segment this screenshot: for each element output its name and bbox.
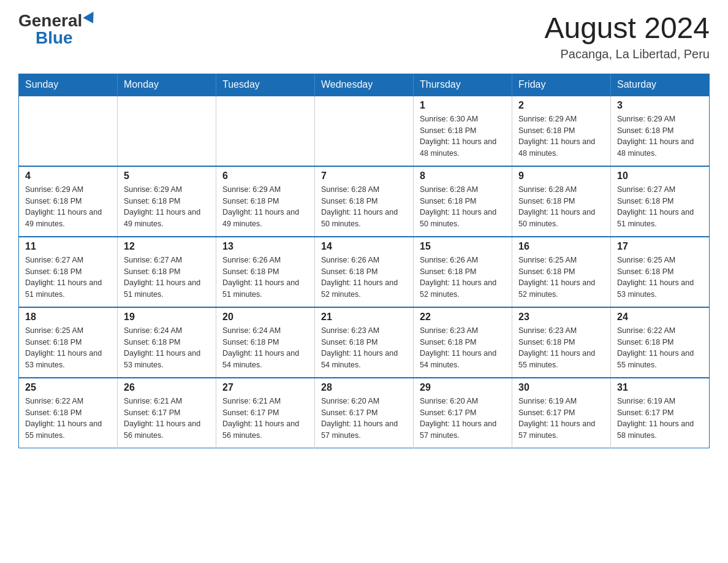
location-subtitle: Pacanga, La Libertad, Peru [544, 47, 710, 61]
calendar-cell: 1Sunrise: 6:30 AM Sunset: 6:18 PM Daylig… [414, 96, 512, 166]
calendar-cell: 2Sunrise: 6:29 AM Sunset: 6:18 PM Daylig… [512, 96, 611, 166]
day-info: Sunrise: 6:29 AM Sunset: 6:18 PM Dayligh… [124, 184, 210, 230]
calendar-cell [118, 96, 216, 166]
day-number: 24 [617, 312, 703, 323]
calendar-cell: 31Sunrise: 6:19 AM Sunset: 6:17 PM Dayli… [611, 378, 710, 448]
day-number: 6 [222, 170, 308, 182]
day-number: 14 [321, 241, 407, 252]
day-info: Sunrise: 6:23 AM Sunset: 6:18 PM Dayligh… [518, 325, 604, 371]
day-info: Sunrise: 6:25 AM Sunset: 6:18 PM Dayligh… [518, 255, 604, 301]
day-number: 11 [25, 241, 111, 252]
day-number: 9 [518, 170, 604, 182]
calendar-cell: 3Sunrise: 6:29 AM Sunset: 6:18 PM Daylig… [611, 96, 710, 166]
day-info: Sunrise: 6:27 AM Sunset: 6:18 PM Dayligh… [124, 255, 210, 301]
calendar-cell [315, 96, 414, 166]
calendar-table: SundayMondayTuesdayWednesdayThursdayFrid… [18, 74, 710, 448]
calendar-cell: 18Sunrise: 6:25 AM Sunset: 6:18 PM Dayli… [19, 307, 118, 378]
day-number: 12 [124, 241, 210, 252]
day-info: Sunrise: 6:22 AM Sunset: 6:18 PM Dayligh… [25, 396, 111, 442]
day-number: 17 [617, 241, 703, 252]
logo: General Blue [18, 12, 97, 47]
day-info: Sunrise: 6:21 AM Sunset: 6:17 PM Dayligh… [124, 396, 210, 442]
calendar-cell: 14Sunrise: 6:26 AM Sunset: 6:18 PM Dayli… [315, 237, 414, 307]
day-number: 13 [222, 241, 308, 252]
day-number: 16 [518, 241, 604, 252]
day-info: Sunrise: 6:20 AM Sunset: 6:17 PM Dayligh… [321, 396, 407, 442]
weekday-header-monday: Monday [118, 74, 216, 96]
calendar-week-row: 4Sunrise: 6:29 AM Sunset: 6:18 PM Daylig… [19, 166, 710, 237]
day-number: 10 [617, 170, 703, 182]
day-info: Sunrise: 6:26 AM Sunset: 6:18 PM Dayligh… [420, 255, 506, 301]
calendar-cell: 9Sunrise: 6:28 AM Sunset: 6:18 PM Daylig… [512, 166, 611, 237]
day-number: 2 [518, 100, 604, 111]
calendar-body: 1Sunrise: 6:30 AM Sunset: 6:18 PM Daylig… [19, 96, 710, 448]
calendar-cell: 25Sunrise: 6:22 AM Sunset: 6:18 PM Dayli… [19, 378, 118, 448]
day-number: 31 [617, 382, 703, 393]
day-number: 4 [25, 170, 111, 182]
day-info: Sunrise: 6:28 AM Sunset: 6:18 PM Dayligh… [420, 184, 506, 230]
calendar-cell: 13Sunrise: 6:26 AM Sunset: 6:18 PM Dayli… [216, 237, 315, 307]
day-info: Sunrise: 6:26 AM Sunset: 6:18 PM Dayligh… [222, 255, 308, 301]
calendar-cell: 28Sunrise: 6:20 AM Sunset: 6:17 PM Dayli… [315, 378, 414, 448]
day-number: 23 [518, 312, 604, 323]
calendar-cell: 23Sunrise: 6:23 AM Sunset: 6:18 PM Dayli… [512, 307, 611, 378]
weekday-header-wednesday: Wednesday [315, 74, 414, 96]
title-section: August 2024 Pacanga, La Libertad, Peru [544, 12, 710, 61]
calendar-week-row: 11Sunrise: 6:27 AM Sunset: 6:18 PM Dayli… [19, 237, 710, 307]
calendar-cell: 8Sunrise: 6:28 AM Sunset: 6:18 PM Daylig… [414, 166, 512, 237]
calendar-cell: 24Sunrise: 6:22 AM Sunset: 6:18 PM Dayli… [611, 307, 710, 378]
day-number: 1 [420, 100, 506, 111]
calendar-cell: 15Sunrise: 6:26 AM Sunset: 6:18 PM Dayli… [414, 237, 512, 307]
day-info: Sunrise: 6:23 AM Sunset: 6:18 PM Dayligh… [420, 325, 506, 371]
day-info: Sunrise: 6:26 AM Sunset: 6:18 PM Dayligh… [321, 255, 407, 301]
day-number: 7 [321, 170, 407, 182]
day-info: Sunrise: 6:23 AM Sunset: 6:18 PM Dayligh… [321, 325, 407, 371]
calendar-cell: 12Sunrise: 6:27 AM Sunset: 6:18 PM Dayli… [118, 237, 216, 307]
day-number: 27 [222, 382, 308, 393]
calendar-cell: 11Sunrise: 6:27 AM Sunset: 6:18 PM Dayli… [19, 237, 118, 307]
calendar-cell: 5Sunrise: 6:29 AM Sunset: 6:18 PM Daylig… [118, 166, 216, 237]
day-number: 25 [25, 382, 111, 393]
day-info: Sunrise: 6:24 AM Sunset: 6:18 PM Dayligh… [222, 325, 308, 371]
day-info: Sunrise: 6:25 AM Sunset: 6:18 PM Dayligh… [25, 325, 111, 371]
day-number: 5 [124, 170, 210, 182]
calendar-cell: 26Sunrise: 6:21 AM Sunset: 6:17 PM Dayli… [118, 378, 216, 448]
month-year-title: August 2024 [544, 12, 710, 45]
weekday-header-row: SundayMondayTuesdayWednesdayThursdayFrid… [19, 74, 710, 96]
calendar-week-row: 18Sunrise: 6:25 AM Sunset: 6:18 PM Dayli… [19, 307, 710, 378]
day-info: Sunrise: 6:25 AM Sunset: 6:18 PM Dayligh… [617, 255, 703, 301]
weekday-header-thursday: Thursday [414, 74, 512, 96]
day-info: Sunrise: 6:19 AM Sunset: 6:17 PM Dayligh… [518, 396, 604, 442]
day-number: 8 [420, 170, 506, 182]
day-info: Sunrise: 6:27 AM Sunset: 6:18 PM Dayligh… [25, 255, 111, 301]
calendar-week-row: 25Sunrise: 6:22 AM Sunset: 6:18 PM Dayli… [19, 378, 710, 448]
day-info: Sunrise: 6:29 AM Sunset: 6:18 PM Dayligh… [25, 184, 111, 230]
day-info: Sunrise: 6:24 AM Sunset: 6:18 PM Dayligh… [124, 325, 210, 371]
day-info: Sunrise: 6:29 AM Sunset: 6:18 PM Dayligh… [222, 184, 308, 230]
day-info: Sunrise: 6:30 AM Sunset: 6:18 PM Dayligh… [420, 113, 506, 159]
weekday-header-tuesday: Tuesday [216, 74, 315, 96]
day-number: 18 [25, 312, 111, 323]
calendar-cell: 20Sunrise: 6:24 AM Sunset: 6:18 PM Dayli… [216, 307, 315, 378]
calendar-cell: 19Sunrise: 6:24 AM Sunset: 6:18 PM Dayli… [118, 307, 216, 378]
day-number: 21 [321, 312, 407, 323]
weekday-header-sunday: Sunday [19, 74, 118, 96]
calendar-cell: 30Sunrise: 6:19 AM Sunset: 6:17 PM Dayli… [512, 378, 611, 448]
day-info: Sunrise: 6:19 AM Sunset: 6:17 PM Dayligh… [617, 396, 703, 442]
day-info: Sunrise: 6:28 AM Sunset: 6:18 PM Dayligh… [321, 184, 407, 230]
day-info: Sunrise: 6:29 AM Sunset: 6:18 PM Dayligh… [617, 113, 703, 159]
day-number: 3 [617, 100, 703, 111]
day-number: 28 [321, 382, 407, 393]
calendar-cell: 16Sunrise: 6:25 AM Sunset: 6:18 PM Dayli… [512, 237, 611, 307]
calendar-week-row: 1Sunrise: 6:30 AM Sunset: 6:18 PM Daylig… [19, 96, 710, 166]
weekday-header-saturday: Saturday [611, 74, 710, 96]
calendar-cell [19, 96, 118, 166]
day-number: 19 [124, 312, 210, 323]
logo-triangle-icon [83, 12, 99, 26]
calendar-cell: 4Sunrise: 6:29 AM Sunset: 6:18 PM Daylig… [19, 166, 118, 237]
logo-general-text: General [18, 12, 82, 29]
calendar-cell: 22Sunrise: 6:23 AM Sunset: 6:18 PM Dayli… [414, 307, 512, 378]
day-info: Sunrise: 6:22 AM Sunset: 6:18 PM Dayligh… [617, 325, 703, 371]
day-number: 20 [222, 312, 308, 323]
day-info: Sunrise: 6:27 AM Sunset: 6:18 PM Dayligh… [617, 184, 703, 230]
